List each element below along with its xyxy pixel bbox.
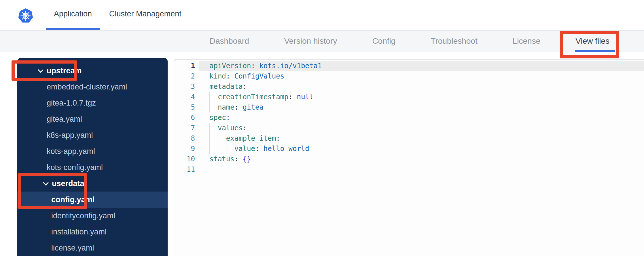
line-number: 3	[174, 81, 199, 92]
code-line: 10 status: {}	[174, 154, 644, 164]
code-line: 11	[174, 164, 644, 175]
code-line-content: kind: ConfigValues	[199, 71, 644, 81]
code-token-key: values	[218, 124, 243, 132]
tree-item-label: license.yaml	[51, 244, 94, 253]
chevron-down-icon	[43, 183, 48, 185]
code-line-content: name: gitea	[199, 102, 644, 112]
code-line: 3 metadata:	[174, 81, 644, 92]
line-number: 11	[174, 164, 199, 175]
code-token-punc: :	[243, 124, 247, 132]
app-tab-cluster-management[interactable]: Cluster Management	[101, 0, 190, 30]
code-token-atom: null	[297, 93, 313, 101]
indent-guide	[209, 102, 218, 112]
tree-file-kots-config-yaml[interactable]: kots-config.yaml	[17, 159, 168, 175]
code-line-content: creationTimestamp: null	[199, 92, 644, 102]
code-token-punc: :	[226, 72, 234, 80]
tree-file-kots-app-yaml[interactable]: kots-app.yaml	[17, 143, 168, 159]
code-token-key: example_item	[226, 134, 276, 142]
nav-item-license[interactable]: License	[513, 30, 541, 52]
line-number: 5	[174, 102, 199, 112]
code-line-content: apiVersion: kots.io/v1beta1	[199, 61, 644, 71]
code-line: 4 creationTimestamp: null	[174, 92, 644, 102]
code-line: 9 value: hello world	[174, 144, 644, 154]
line-number: 4	[174, 92, 199, 102]
tree-file-identityconfig-yaml[interactable]: identityconfig.yaml	[17, 208, 168, 224]
app-header: ApplicationCluster Management	[0, 0, 644, 30]
code-line-content: value: hello world	[199, 144, 644, 154]
code-line: 2 kind: ConfigValues	[174, 71, 644, 81]
code-token-punc: :	[243, 83, 247, 91]
indent-guide	[209, 144, 218, 154]
indent-guide	[209, 123, 218, 133]
line-number: 8	[174, 133, 199, 144]
tree-file-k8s-app-yaml[interactable]: k8s-app.yaml	[17, 127, 168, 143]
line-number: 7	[174, 123, 199, 133]
code-token-value: gitea	[243, 103, 264, 111]
file-tree: upstream embedded-cluster.yaml gitea-1.0…	[17, 58, 168, 256]
tree-file-gitea-1-0-7-tgz[interactable]: gitea-1.0.7.tgz	[17, 95, 168, 111]
tree-item-label: embedded-cluster.yaml	[47, 83, 127, 91]
nav-item-config[interactable]: Config	[372, 30, 395, 52]
code-line: 6 spec:	[174, 112, 644, 123]
code-token-value: kots.io/v1beta1	[259, 62, 322, 70]
kots-admin-console: ApplicationCluster Management DashboardV…	[0, 0, 644, 256]
code-token-key: name	[218, 103, 234, 111]
tree-file-license-yaml[interactable]: license.yaml	[17, 240, 168, 256]
line-number: 2	[174, 71, 199, 81]
tree-file-embedded-cluster-yaml[interactable]: embedded-cluster.yaml	[17, 79, 168, 95]
app-nav: DashboardVersion historyConfigTroublesho…	[0, 30, 644, 52]
code-line: 1 apiVersion: kots.io/v1beta1	[174, 61, 644, 71]
line-number: 9	[174, 144, 199, 154]
code-line-content: spec:	[199, 112, 644, 123]
code-token-key: value	[234, 145, 255, 153]
code-line-content: example_item:	[199, 133, 644, 144]
indent-guide	[218, 144, 226, 154]
code-token-value: hello world	[264, 145, 309, 153]
indent-guide	[218, 133, 226, 144]
tree-item-label: gitea.yaml	[47, 115, 82, 124]
code-token-value: ConfigValues	[234, 72, 284, 80]
code-token-punc: :	[226, 114, 230, 122]
code-line-content: values:	[199, 123, 644, 133]
code-line: 8 example_item:	[174, 133, 644, 144]
code-token-key: metadata	[209, 83, 243, 91]
code-token-key: apiVersion	[209, 62, 251, 70]
line-number: 6	[174, 112, 199, 123]
app-tab-label: Cluster Management	[109, 9, 181, 18]
line-number: 1	[174, 61, 199, 71]
code-token-key: spec	[209, 114, 226, 122]
code-line-content: status: {}	[199, 154, 644, 164]
tree-file-config-yaml[interactable]: config.yaml	[17, 192, 168, 208]
tree-item-label: kots-config.yaml	[47, 163, 103, 172]
indent-guide	[209, 133, 218, 144]
tree-file-installation-yaml[interactable]: installation.yaml	[17, 224, 168, 240]
tree-item-label: kots-app.yaml	[47, 147, 95, 156]
tree-folder-upstream[interactable]: upstream	[17, 63, 168, 79]
tree-item-label: gitea-1.0.7.tgz	[47, 99, 96, 108]
indent-guide	[226, 144, 234, 154]
tree-folder-userdata[interactable]: userdata	[17, 175, 168, 192]
nav-item-dashboard[interactable]: Dashboard	[210, 30, 249, 52]
nav-item-troubleshoot[interactable]: Troubleshoot	[431, 30, 477, 52]
tree-item-label: config.yaml	[51, 195, 94, 204]
nav-item-view-files[interactable]: View files	[575, 30, 609, 52]
tree-file-gitea-yaml[interactable]: gitea.yaml	[17, 111, 168, 127]
code-token-punc: :	[234, 155, 243, 163]
nav-item-version-history[interactable]: Version history	[284, 30, 337, 52]
tree-item-label: identityconfig.yaml	[51, 211, 115, 220]
indent-guide	[209, 92, 218, 102]
code-line: 7 values:	[174, 123, 644, 133]
code-token-punc: :	[251, 62, 260, 70]
tree-item-label: k8s-app.yaml	[47, 131, 93, 140]
code-token-punc: :	[276, 134, 280, 142]
code-token-punc: :	[255, 145, 264, 153]
code-token-key: status	[209, 155, 234, 163]
code-token-key: kind	[209, 72, 226, 80]
kubernetes-logo-icon	[18, 8, 33, 24]
code-editor[interactable]: 1 apiVersion: kots.io/v1beta1 2 kind: Co…	[174, 59, 644, 256]
code-line-content: metadata:	[199, 81, 644, 92]
app-tab-application[interactable]: Application	[46, 0, 100, 30]
chevron-down-icon	[38, 70, 43, 72]
code-token-punc: :	[289, 93, 297, 101]
code-token-key: creationTimestamp	[218, 93, 289, 101]
